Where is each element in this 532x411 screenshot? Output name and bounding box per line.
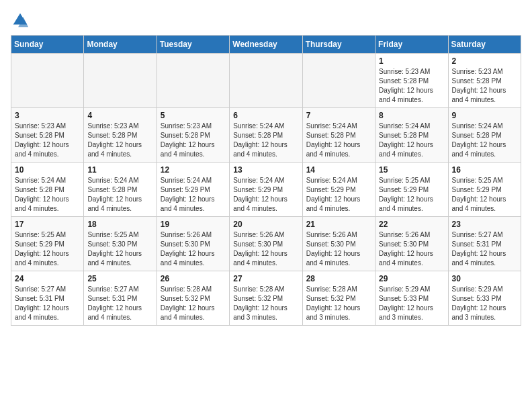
calendar-day-cell: 19Sunrise: 5:26 AMSunset: 5:30 PMDayligh… [157,217,229,271]
day-number: 15 [379,165,444,175]
day-info: Sunrise: 5:26 AMSunset: 5:30 PMDaylight:… [233,230,298,268]
day-info: Sunrise: 5:29 AMSunset: 5:33 PMDaylight:… [379,285,444,322]
calendar-day-cell: 9Sunrise: 5:24 AMSunset: 5:28 PMDaylight… [448,108,521,163]
day-info: Sunrise: 5:24 AMSunset: 5:28 PMDaylight:… [87,176,152,214]
day-number: 6 [233,111,298,120]
calendar-day-cell: 27Sunrise: 5:28 AMSunset: 5:32 PMDayligh… [230,271,302,326]
calendar-day-cell [11,54,84,108]
logo [11,11,32,30]
day-number: 16 [452,165,517,175]
calendar: SundayMondayTuesdayWednesdayThursdayFrid… [11,35,521,326]
day-info: Sunrise: 5:24 AMSunset: 5:29 PMDaylight:… [306,176,371,214]
calendar-day-cell: 25Sunrise: 5:27 AMSunset: 5:31 PMDayligh… [84,271,157,326]
day-info: Sunrise: 5:23 AMSunset: 5:28 PMDaylight:… [452,67,517,105]
day-number: 23 [452,220,517,229]
day-info: Sunrise: 5:26 AMSunset: 5:30 PMDaylight:… [161,230,226,268]
day-number: 17 [15,220,80,229]
day-number: 12 [161,165,226,175]
header [11,11,521,30]
calendar-day-cell: 11Sunrise: 5:24 AMSunset: 5:28 PMDayligh… [84,163,157,217]
calendar-day-cell: 21Sunrise: 5:26 AMSunset: 5:30 PMDayligh… [302,217,375,271]
day-number: 11 [87,165,152,175]
day-info: Sunrise: 5:29 AMSunset: 5:33 PMDaylight:… [452,285,517,322]
day-info: Sunrise: 5:26 AMSunset: 5:30 PMDaylight:… [306,230,371,268]
day-info: Sunrise: 5:28 AMSunset: 5:32 PMDaylight:… [161,285,226,322]
calendar-day-cell: 22Sunrise: 5:26 AMSunset: 5:30 PMDayligh… [375,217,448,271]
calendar-day-cell: 18Sunrise: 5:25 AMSunset: 5:30 PMDayligh… [84,217,157,271]
day-number: 22 [379,220,444,229]
day-number: 5 [161,111,226,120]
calendar-week-row: 1Sunrise: 5:23 AMSunset: 5:28 PMDaylight… [11,54,521,108]
day-info: Sunrise: 5:24 AMSunset: 5:28 PMDaylight:… [379,122,444,159]
day-info: Sunrise: 5:28 AMSunset: 5:32 PMDaylight:… [233,285,298,322]
calendar-day-cell: 28Sunrise: 5:28 AMSunset: 5:32 PMDayligh… [302,271,375,326]
day-number: 3 [15,111,80,120]
day-number: 2 [452,56,517,66]
day-info: Sunrise: 5:24 AMSunset: 5:28 PMDaylight:… [233,122,298,159]
day-number: 8 [379,111,444,120]
day-info: Sunrise: 5:25 AMSunset: 5:29 PMDaylight:… [379,176,444,214]
calendar-header-day: Sunday [11,36,84,54]
day-number: 28 [306,274,371,283]
day-info: Sunrise: 5:27 AMSunset: 5:31 PMDaylight:… [87,285,152,322]
calendar-day-cell: 1Sunrise: 5:23 AMSunset: 5:28 PMDaylight… [375,54,448,108]
day-number: 9 [452,111,517,120]
calendar-header-day: Wednesday [230,36,302,54]
day-number: 26 [161,274,226,283]
day-number: 27 [233,274,298,283]
day-number: 14 [306,165,371,175]
calendar-day-cell: 24Sunrise: 5:27 AMSunset: 5:31 PMDayligh… [11,271,84,326]
day-number: 20 [233,220,298,229]
calendar-day-cell: 7Sunrise: 5:24 AMSunset: 5:28 PMDaylight… [302,108,375,163]
calendar-day-cell: 5Sunrise: 5:23 AMSunset: 5:28 PMDaylight… [157,108,229,163]
calendar-header-day: Monday [84,36,157,54]
calendar-day-cell: 2Sunrise: 5:23 AMSunset: 5:28 PMDaylight… [448,54,521,108]
day-number: 4 [87,111,152,120]
calendar-week-row: 24Sunrise: 5:27 AMSunset: 5:31 PMDayligh… [11,271,521,326]
calendar-day-cell: 15Sunrise: 5:25 AMSunset: 5:29 PMDayligh… [375,163,448,217]
day-info: Sunrise: 5:23 AMSunset: 5:28 PMDaylight:… [161,122,226,159]
calendar-day-cell: 14Sunrise: 5:24 AMSunset: 5:29 PMDayligh… [302,163,375,217]
day-number: 13 [233,165,298,175]
day-info: Sunrise: 5:25 AMSunset: 5:29 PMDaylight:… [452,176,517,214]
calendar-day-cell: 29Sunrise: 5:29 AMSunset: 5:33 PMDayligh… [375,271,448,326]
day-info: Sunrise: 5:23 AMSunset: 5:28 PMDaylight:… [379,67,444,105]
day-info: Sunrise: 5:23 AMSunset: 5:28 PMDaylight:… [15,122,80,159]
calendar-day-cell: 30Sunrise: 5:29 AMSunset: 5:33 PMDayligh… [448,271,521,326]
day-number: 1 [379,56,444,66]
day-info: Sunrise: 5:24 AMSunset: 5:29 PMDaylight:… [233,176,298,214]
calendar-header-day: Friday [375,36,448,54]
calendar-day-cell: 3Sunrise: 5:23 AMSunset: 5:28 PMDaylight… [11,108,84,163]
calendar-day-cell: 6Sunrise: 5:24 AMSunset: 5:28 PMDaylight… [230,108,302,163]
calendar-header-day: Tuesday [157,36,229,54]
calendar-day-cell: 13Sunrise: 5:24 AMSunset: 5:29 PMDayligh… [230,163,302,217]
calendar-day-cell: 26Sunrise: 5:28 AMSunset: 5:32 PMDayligh… [157,271,229,326]
day-number: 24 [15,274,80,283]
calendar-day-cell: 10Sunrise: 5:24 AMSunset: 5:28 PMDayligh… [11,163,84,217]
calendar-header-day: Thursday [302,36,375,54]
day-number: 29 [379,274,444,283]
calendar-day-cell: 12Sunrise: 5:24 AMSunset: 5:29 PMDayligh… [157,163,229,217]
day-info: Sunrise: 5:24 AMSunset: 5:28 PMDaylight:… [452,122,517,159]
calendar-day-cell: 17Sunrise: 5:25 AMSunset: 5:29 PMDayligh… [11,217,84,271]
calendar-day-cell: 23Sunrise: 5:27 AMSunset: 5:31 PMDayligh… [448,217,521,271]
calendar-day-cell: 8Sunrise: 5:24 AMSunset: 5:28 PMDaylight… [375,108,448,163]
calendar-day-cell: 20Sunrise: 5:26 AMSunset: 5:30 PMDayligh… [230,217,302,271]
calendar-header-day: Saturday [448,36,521,54]
day-number: 30 [452,274,517,283]
day-number: 25 [87,274,152,283]
day-number: 19 [161,220,226,229]
calendar-day-cell: 16Sunrise: 5:25 AMSunset: 5:29 PMDayligh… [448,163,521,217]
calendar-day-cell [230,54,302,108]
day-info: Sunrise: 5:26 AMSunset: 5:30 PMDaylight:… [379,230,444,268]
day-number: 21 [306,220,371,229]
day-info: Sunrise: 5:27 AMSunset: 5:31 PMDaylight:… [452,230,517,268]
calendar-day-cell [84,54,157,108]
calendar-header-row: SundayMondayTuesdayWednesdayThursdayFrid… [11,36,521,54]
day-number: 7 [306,111,371,120]
day-info: Sunrise: 5:27 AMSunset: 5:31 PMDaylight:… [15,285,80,322]
calendar-week-row: 17Sunrise: 5:25 AMSunset: 5:29 PMDayligh… [11,217,521,271]
day-info: Sunrise: 5:28 AMSunset: 5:32 PMDaylight:… [306,285,371,322]
day-number: 18 [87,220,152,229]
calendar-day-cell: 4Sunrise: 5:23 AMSunset: 5:28 PMDaylight… [84,108,157,163]
